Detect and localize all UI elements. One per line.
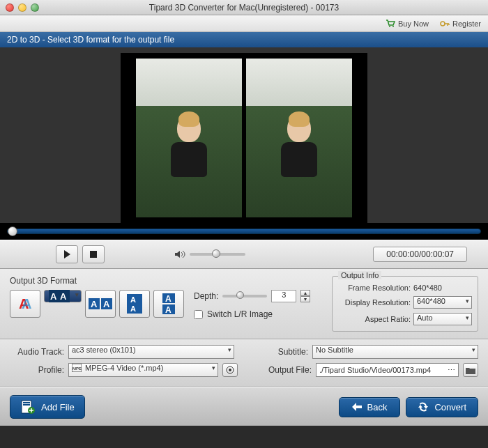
svg-text:A: A — [165, 294, 171, 304]
svg-text:MPEG: MPEG — [73, 366, 82, 371]
volume-control — [174, 250, 245, 258]
output-file-label: Output File: — [242, 365, 312, 375]
folder-icon — [466, 366, 475, 374]
switch-lr-label: Switch L/R Image — [207, 309, 273, 319]
top-toolbar: Buy Now Register — [0, 15, 488, 32]
switch-lr-checkbox[interactable] — [194, 310, 203, 319]
svg-point-1 — [392, 26, 394, 27]
mpeg-icon: MPEG — [72, 364, 82, 372]
video-preview — [121, 53, 367, 223]
svg-text:A: A — [130, 295, 136, 304]
convert-button[interactable]: Convert — [406, 397, 478, 417]
depth-value[interactable]: 3 — [271, 290, 296, 302]
profile-settings-button[interactable] — [222, 363, 238, 377]
time-display: 00:00:00/00:00:07 — [373, 247, 467, 262]
depth-thumb[interactable] — [236, 291, 244, 299]
sbs-half-format-button[interactable]: AA — [85, 290, 116, 318]
svg-text:A: A — [103, 299, 110, 309]
sbs-full-format-button[interactable]: AA — [44, 290, 82, 302]
bottom-bar: Add File Back Convert — [0, 387, 488, 426]
audio-track-select[interactable]: ac3 stereo (0x101) — [68, 345, 234, 359]
svg-point-2 — [441, 22, 445, 26]
depth-label: Depth: — [194, 291, 218, 301]
gear-icon — [226, 366, 234, 374]
left-eye-frame — [136, 59, 242, 217]
cart-icon — [386, 20, 395, 28]
output-file-field[interactable]: ./Tipard Studio/Video/00173.mp4⋯ — [316, 363, 459, 377]
svg-rect-25 — [23, 402, 30, 403]
output-info-legend: Output Info — [338, 271, 381, 279]
tb-full-icon: AA — [127, 294, 142, 314]
subtitle-label: Subtitle: — [238, 347, 308, 357]
svg-text:A: A — [130, 304, 136, 313]
preview-area — [0, 47, 488, 240]
mode-text: 2D to 3D - Select 3D format for the outp… — [7, 35, 174, 45]
volume-thumb[interactable] — [212, 249, 220, 258]
right-eye-frame — [246, 59, 352, 217]
profile-label: Profile: — [10, 365, 64, 375]
svg-rect-3 — [90, 251, 97, 258]
seek-thumb[interactable] — [8, 226, 17, 236]
sbs-full-icon: AA — [49, 290, 70, 302]
add-file-icon — [20, 400, 36, 414]
stop-button[interactable] — [82, 245, 105, 263]
display-res-select[interactable]: 640*480 — [413, 296, 472, 309]
back-arrow-icon — [352, 403, 362, 411]
titlebar: Tipard 3D Converter for Mac(Unregistered… — [0, 0, 488, 15]
seek-bar-area — [0, 223, 488, 240]
stop-icon — [90, 251, 97, 258]
svg-point-23 — [229, 369, 231, 371]
tb-half-format-button[interactable]: AA — [153, 290, 184, 318]
add-file-label: Add File — [41, 402, 75, 412]
profile-select[interactable]: MPEG MPEG-4 Video (*.mp4) — [68, 363, 218, 377]
settings-panel: Audio Track: ac3 stereo (0x101) Subtitle… — [0, 339, 488, 387]
anaglyph-icon: AA — [16, 295, 34, 313]
frame-res-label: Frame Resolution: — [338, 284, 413, 292]
audio-track-label: Audio Track: — [10, 347, 64, 357]
depth-stepper[interactable]: ▴ ▾ — [300, 290, 310, 302]
svg-text:A: A — [60, 291, 67, 302]
svg-text:A: A — [22, 296, 31, 311]
convert-label: Convert — [434, 402, 466, 412]
svg-point-0 — [389, 26, 390, 27]
output-format-label: Output 3D Format — [10, 276, 184, 286]
play-icon — [63, 250, 70, 258]
convert-icon — [418, 402, 429, 412]
aspect-ratio-label: Aspect Ratio: — [338, 315, 413, 323]
speaker-icon — [174, 250, 185, 258]
buy-now-label: Buy Now — [398, 20, 429, 28]
svg-text:A: A — [50, 291, 57, 302]
stepper-up-icon[interactable]: ▴ — [300, 290, 310, 296]
playback-controls: 00:00:00/00:00:07 — [0, 240, 488, 269]
play-button[interactable] — [56, 245, 78, 263]
browse-output-button[interactable] — [463, 363, 478, 377]
stepper-down-icon[interactable]: ▾ — [300, 296, 310, 302]
output-info-box: Output Info Frame Resolution: 640*480 Di… — [332, 276, 478, 332]
add-file-button[interactable]: Add File — [10, 395, 85, 419]
anaglyph-format-button[interactable]: AA — [10, 290, 40, 318]
display-res-label: Display Resolution: — [338, 298, 413, 307]
sbs-half-icon: AA — [89, 298, 112, 309]
buy-now-link[interactable]: Buy Now — [386, 20, 429, 28]
back-label: Back — [367, 402, 388, 412]
svg-text:A: A — [165, 305, 171, 314]
tb-half-icon: AA — [162, 293, 175, 314]
volume-slider[interactable] — [190, 253, 245, 256]
tb-full-format-button[interactable]: AA — [119, 290, 150, 318]
subtitle-select[interactable]: No Subtitle — [312, 345, 478, 359]
register-link[interactable]: Register — [440, 20, 481, 28]
window-title: Tipard 3D Converter for Mac(Unregistered… — [0, 3, 488, 13]
key-icon — [440, 20, 450, 28]
format-panel: Output 3D Format AA AA AA AA AA Depth: — [0, 269, 488, 339]
svg-text:A: A — [91, 299, 98, 309]
seek-slider[interactable] — [7, 229, 481, 234]
frame-res-value: 640*480 — [413, 284, 442, 292]
aspect-ratio-select[interactable]: Auto — [413, 313, 472, 325]
mode-bar: 2D to 3D - Select 3D format for the outp… — [0, 32, 488, 47]
svg-rect-26 — [23, 404, 30, 405]
back-button[interactable]: Back — [339, 397, 401, 417]
depth-slider[interactable] — [222, 295, 267, 298]
register-label: Register — [452, 20, 481, 28]
